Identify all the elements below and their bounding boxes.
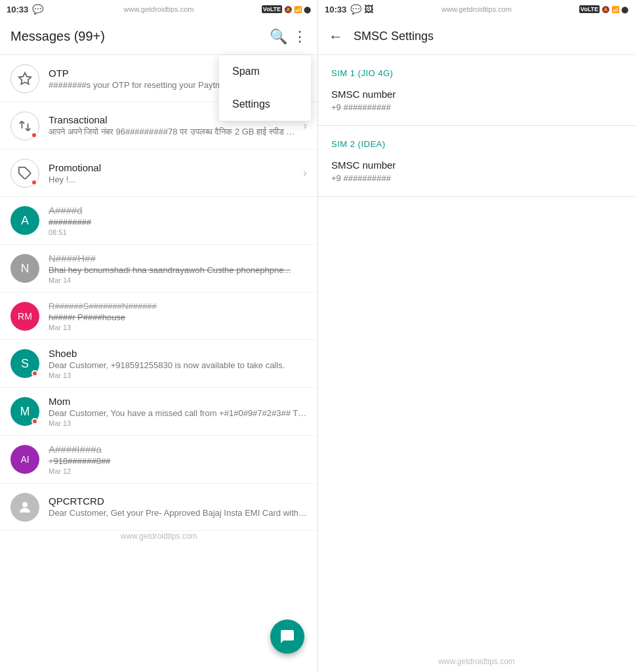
sim2-divider	[318, 196, 635, 197]
transactional-arrow: ›	[303, 119, 307, 133]
dropdown-menu: Spam Settings	[219, 55, 311, 121]
whatsapp-icon: 💬	[32, 4, 43, 14]
ai-preview: +918######8##	[49, 456, 307, 466]
smsc-title: SMSC Settings	[354, 30, 434, 43]
list-item[interactable]: S Shoeb Dear Customer, +918591255830 is …	[0, 340, 318, 388]
volte-badge: VoLTE	[262, 5, 282, 13]
n-time: Mar 14	[49, 276, 307, 284]
mom-dot	[31, 418, 38, 425]
rm-avatar-letter: RM	[18, 311, 32, 322]
azmat-content: A####d ######### 08:51	[49, 205, 307, 236]
svg-marker-0	[19, 72, 31, 83]
qpc-name: QPCRTCRD	[49, 495, 307, 507]
azmat-avatar-letter: A	[21, 214, 29, 228]
ai-avatar: AI	[10, 445, 39, 474]
azmat-preview: #########	[49, 217, 307, 227]
right-watermark: www.getdroidtips.com	[441, 5, 512, 13]
n-avatar-letter: N	[21, 262, 30, 276]
otp-category-icon	[10, 64, 39, 93]
right-mute-icon: 🔕	[602, 6, 609, 13]
promotional-preview: Hey !...	[49, 175, 298, 184]
compose-fab[interactable]	[270, 620, 304, 654]
sim1-smsc-value: +9 ##########	[331, 102, 622, 112]
list-item[interactable]: N N####H## Bhai hey bcnumshadi hna saand…	[0, 245, 318, 293]
right-time: 10:33	[325, 5, 346, 14]
left-time: 10:33	[7, 5, 28, 14]
sim1-section: SIM 1 (JIO 4G) SMSC number +9 ##########	[318, 55, 635, 112]
right-status-bar: 10:33 💬 🖼 www.getdroidtips.com VoLTE 🔕 📶…	[318, 0, 635, 18]
mom-name: Mom	[49, 396, 307, 407]
messages-title: Messages (99+)	[10, 29, 262, 44]
azmat-name: A####d	[49, 205, 307, 216]
ai-content: A####I###a +918######8## Mar 12	[49, 444, 307, 475]
shoeb-name: Shoeb	[49, 348, 307, 359]
qpc-preview: Dear Customer, Get your Pre- Approved Ba…	[49, 508, 307, 518]
mom-avatar: M	[10, 397, 39, 426]
shoeb-content: Shoeb Dear Customer, +918591255830 is no…	[49, 348, 307, 379]
svg-point-2	[22, 502, 28, 507]
right-gallery-icon: 🖼	[364, 4, 373, 14]
message-list: OTP ########s your OTP for resetting you…	[0, 55, 318, 672]
sim2-smsc-value: +9 ##########	[331, 173, 622, 183]
search-icon[interactable]: 🔍	[270, 28, 287, 45]
n-name: N####H##	[49, 253, 307, 264]
ai-time: Mar 12	[49, 467, 307, 475]
spam-menu-item[interactable]: Spam	[219, 55, 311, 88]
mute-icon: 🔕	[284, 6, 292, 13]
promotional-category-icon	[10, 159, 39, 188]
sim2-smsc-label: SMSC number	[331, 159, 622, 171]
bottom-watermark-text: www.getdroidtips.com	[438, 657, 515, 666]
promotional-arrow: ›	[303, 166, 307, 180]
transactional-category-icon	[10, 112, 39, 140]
mom-preview: Dear Customer, You have a missed call fr…	[49, 408, 307, 418]
sim1-label: SIM 1 (JIO 4G)	[331, 68, 622, 78]
ai-avatar-letter: AI	[20, 454, 29, 465]
qpc-content: QPCRTCRD Dear Customer, Get your Pre- Ap…	[49, 495, 307, 519]
qpc-avatar	[10, 493, 39, 522]
smsc-content: SIM 1 (JIO 4G) SMSC number +9 ##########…	[318, 55, 635, 650]
right-volte-badge: VoLTE	[579, 5, 600, 13]
shoeb-dot	[31, 370, 38, 377]
rm-avatar: RM	[10, 302, 39, 331]
promotional-dot	[31, 179, 37, 186]
sim1-smsc-label: SMSC number	[331, 89, 622, 100]
transactional-preview: आपने अपने जियो नंबर 96#########78 पर उपल…	[49, 127, 298, 137]
mom-time: Mar 13	[49, 419, 307, 427]
right-panel: 10:33 💬 🖼 www.getdroidtips.com VoLTE 🔕 📶…	[318, 0, 635, 672]
left-status-bar: 10:33 💬 www.getdroidtips.com VoLTE 🔕 📶 ⬤	[0, 0, 318, 18]
sim2-section: SIM 2 (IDEA) SMSC number +9 ##########	[318, 126, 635, 183]
mom-content: Mom Dear Customer, You have a missed cal…	[49, 396, 307, 427]
rm-preview: h####r P####house	[49, 312, 307, 322]
battery-icon: ⬤	[304, 6, 311, 13]
right-battery-icon: ⬤	[621, 6, 628, 13]
back-button[interactable]: ←	[329, 28, 343, 45]
mom-avatar-letter: M	[20, 405, 30, 419]
list-item[interactable]: Promotional Hey !... ›	[0, 150, 318, 197]
promotional-name: Promotional	[49, 162, 298, 173]
list-item[interactable]: M Mom Dear Customer, You have a missed c…	[0, 388, 318, 436]
shoeb-avatar-letter: S	[21, 357, 29, 371]
right-status-icons: VoLTE 🔕 📶 ⬤	[579, 5, 628, 13]
right-bottom-watermark: www.getdroidtips.com	[318, 650, 635, 672]
n-preview: Bhai hey bcnumshadi hna saandrayawoh Cus…	[49, 265, 307, 275]
signal-icon: 📶	[294, 6, 302, 13]
n-content: N####H## Bhai hey bcnumshadi hna saandra…	[49, 253, 307, 284]
more-options-icon[interactable]: ⋮	[293, 28, 307, 45]
azmat-time: 08:51	[49, 228, 307, 236]
settings-menu-item[interactable]: Settings	[219, 88, 311, 121]
sim2-label: SIM 2 (IDEA)	[331, 139, 622, 149]
azmat-avatar: A	[10, 206, 39, 235]
shoeb-preview: Dear Customer, +918591255830 is now avai…	[49, 360, 307, 370]
rm-content: R######S#######N###### h####r P####house…	[49, 301, 307, 331]
rm-time: Mar 13	[49, 324, 307, 331]
list-item[interactable]: A A####d ######### 08:51	[0, 197, 318, 245]
list-item[interactable]: RM R######S#######N###### h####r P####ho…	[0, 293, 318, 340]
list-item[interactable]: AI A####I###a +918######8## Mar 12	[0, 436, 318, 484]
n-avatar: N	[10, 254, 39, 283]
messages-header: Messages (99+) 🔍 ⋮	[0, 18, 318, 55]
shoeb-avatar: S	[10, 349, 39, 378]
smsc-header: ← SMSC Settings	[318, 18, 635, 55]
right-whatsapp-icon: 💬	[350, 4, 361, 14]
transactional-dot	[31, 132, 37, 138]
list-item[interactable]: QPCRTCRD Dear Customer, Get your Pre- Ap…	[0, 484, 318, 531]
